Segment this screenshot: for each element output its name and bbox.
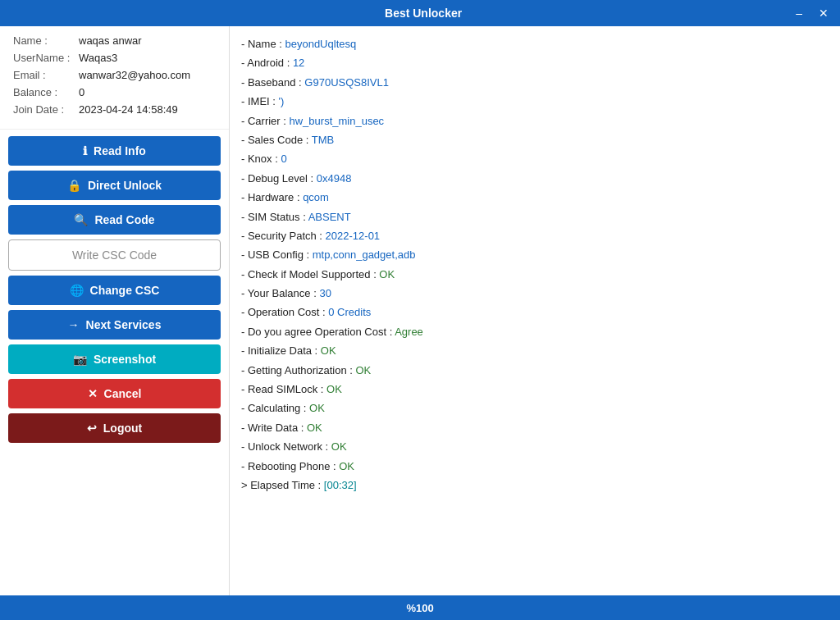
log-label: - IMEI :: [241, 95, 279, 107]
log-label: - Rebooting Phone :: [241, 460, 339, 472]
write-csc-button[interactable]: Write CSC Code: [8, 239, 221, 271]
status-text: %100: [406, 602, 433, 614]
log-value: TMB: [312, 134, 334, 146]
read-code-button[interactable]: 🔍 Read Code: [8, 205, 221, 235]
log-label: - Read SIMLock :: [241, 383, 326, 395]
arrow-icon: →: [68, 318, 80, 331]
log-line: - Sales Code : TMB: [241, 130, 829, 149]
email-value: wanwar32@yahoo.com: [79, 69, 190, 81]
screenshot-label: Screenshot: [94, 353, 156, 366]
log-value: [00:32]: [324, 479, 357, 491]
left-panel: Name : waqas anwar UserName : Waqas3 Ema…: [0, 26, 230, 595]
log-line: - IMEI : '): [241, 92, 829, 111]
next-services-label: Next Services: [86, 318, 162, 331]
log-label: - Security Patch :: [241, 230, 326, 242]
logout-button[interactable]: ↩ Logout: [8, 413, 221, 443]
log-value: 30: [319, 287, 331, 299]
log-value: 12: [293, 57, 304, 69]
window-controls: – ✕: [791, 5, 833, 21]
log-line: - Check if Model Supported : OK: [241, 265, 829, 284]
log-value: 0 Credits: [328, 306, 371, 318]
log-line: - Baseband : G970USQS8IVL1: [241, 73, 829, 92]
log-line: - Hardware : qcom: [241, 188, 829, 207]
name-value: waqas anwar: [79, 34, 142, 47]
log-label: - Baseband :: [241, 76, 304, 89]
log-line: - Operation Cost : 0 Credits: [241, 303, 829, 321]
log-line: - SIM Status : ABSENT: [241, 207, 829, 226]
log-line: - Rebooting Phone : OK: [241, 457, 829, 476]
log-value: OK: [307, 422, 322, 434]
log-value: ABSENT: [308, 211, 351, 223]
x-icon: ✕: [88, 387, 98, 400]
read-info-label: Read Info: [94, 144, 146, 157]
log-value: 0x4948: [317, 172, 352, 185]
log-label: - Name :: [241, 38, 285, 50]
log-value: OK: [339, 460, 354, 472]
log-label: - Sales Code :: [241, 134, 312, 146]
username-value: Waqas3: [79, 52, 117, 64]
screenshot-button[interactable]: 📷 Screenshot: [8, 344, 221, 374]
username-row: UserName : Waqas3: [13, 52, 216, 64]
joindate-row: Join Date : 2023-04-24 14:58:49: [13, 103, 216, 116]
log-label: - Android :: [241, 57, 293, 69]
email-row: Email : wanwar32@yahoo.com: [13, 69, 216, 81]
log-line: - Read SIMLock : OK: [241, 380, 829, 399]
log-value: 2022-12-01: [326, 230, 381, 242]
change-csc-label: Change CSC: [90, 284, 160, 297]
joindate-value: 2023-04-24 14:58:49: [79, 103, 178, 116]
log-line: - Name : beyondUqltesq: [241, 34, 829, 53]
read-info-button[interactable]: ℹ Read Info: [8, 136, 221, 166]
log-label: - Unlock Network :: [241, 440, 331, 453]
log-line: - Carrier : hw_burst_min_usec: [241, 112, 829, 130]
log-value: 0: [281, 153, 286, 165]
log-panel[interactable]: - Name : beyondUqltesq- Android : 12- Ba…: [230, 26, 840, 595]
log-label: - SIM Status :: [241, 211, 308, 223]
direct-unlock-button[interactable]: 🔒 Direct Unlock: [8, 171, 221, 200]
log-line: - Initialize Data : OK: [241, 341, 829, 360]
log-line: - Getting Authorization : OK: [241, 361, 829, 380]
balance-label: Balance :: [13, 86, 79, 98]
user-info-section: Name : waqas anwar UserName : Waqas3 Ema…: [0, 26, 229, 130]
app-title: Best Unlocker: [56, 7, 791, 20]
main-content: Name : waqas anwar UserName : Waqas3 Ema…: [0, 26, 840, 595]
logout-icon: ↩: [87, 422, 97, 435]
log-line: > Elapsed Time : [00:32]: [241, 476, 829, 495]
log-label: - Carrier :: [241, 115, 290, 127]
log-line: - Security Patch : 2022-12-01: [241, 226, 829, 245]
log-value: '): [279, 95, 285, 107]
joindate-label: Join Date :: [13, 103, 79, 116]
log-label: - Do you agree Operation Cost :: [241, 326, 395, 338]
log-label: - Initialize Data :: [241, 344, 321, 357]
log-line: - Calculating : OK: [241, 399, 829, 417]
minimize-button[interactable]: –: [791, 5, 807, 21]
write-csc-label: Write CSC Code: [72, 248, 157, 262]
log-value: OK: [326, 383, 342, 395]
status-bar: %100: [0, 595, 840, 620]
next-services-button[interactable]: → Next Services: [8, 310, 221, 340]
log-label: - Knox :: [241, 153, 281, 165]
log-value: G970USQS8IVL1: [304, 76, 389, 89]
balance-row: Balance : 0: [13, 86, 216, 98]
log-line: - Your Balance : 30: [241, 284, 829, 303]
cancel-button[interactable]: ✕ Cancel: [8, 379, 221, 408]
log-label: - Your Balance :: [241, 287, 319, 299]
log-value: Agree: [395, 326, 423, 338]
log-label: > Elapsed Time :: [241, 479, 324, 491]
log-label: - Check if Model Supported :: [241, 268, 379, 280]
log-value: mtp,conn_gadget,adb: [313, 248, 416, 261]
log-line: - Android : 12: [241, 53, 829, 72]
log-label: - Calculating :: [241, 402, 309, 414]
change-csc-button[interactable]: 🌐 Change CSC: [8, 276, 221, 305]
username-label: UserName :: [13, 52, 79, 64]
direct-unlock-label: Direct Unlock: [88, 179, 162, 192]
log-label: - USB Config :: [241, 248, 313, 261]
globe-icon: 🌐: [70, 284, 84, 297]
log-value: OK: [309, 402, 325, 414]
log-line: - USB Config : mtp,conn_gadget,adb: [241, 245, 829, 264]
logout-label: Logout: [103, 422, 142, 435]
close-button[interactable]: ✕: [814, 5, 833, 21]
log-label: - Write Data :: [241, 422, 307, 434]
log-label: - Hardware :: [241, 191, 303, 203]
log-value: OK: [379, 268, 395, 280]
log-label: - Operation Cost :: [241, 306, 328, 318]
